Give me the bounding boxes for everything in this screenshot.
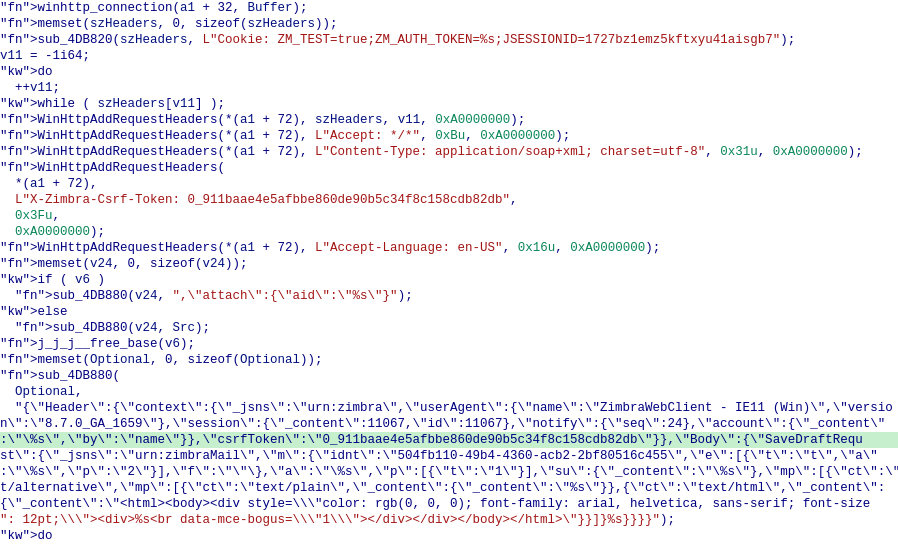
code-line: 0xA0000000); [0, 224, 898, 240]
line-text: t/alternative\",\"mp\":[{\"ct\":\"text/p… [0, 480, 885, 496]
line-text: "{\"Header\":{\"context\":{\"_jsns\":\"u… [0, 400, 893, 416]
line-text: "fn">sub_4DB880( [0, 368, 120, 384]
line-text: "kw">else [0, 304, 68, 320]
line-text: :\"\%s\",\"p\":\"2\"}],\"f\":\"\"\},\"a\… [0, 464, 898, 480]
line-text: 0xA0000000); [0, 224, 105, 240]
code-line: "fn">sub_4DB820(szHeaders, L"Cookie: ZM_… [0, 32, 898, 48]
code-line: "fn">sub_4DB880( [0, 368, 898, 384]
code-line: *(a1 + 72), [0, 176, 898, 192]
line-text: "fn">WinHttpAddRequestHeaders(*(a1 + 72)… [0, 144, 863, 160]
line-text: "fn">WinHttpAddRequestHeaders(*(a1 + 72)… [0, 240, 660, 256]
line-text: "fn">memset(Optional, 0, sizeof(Optional… [0, 352, 323, 368]
line-text: "fn">memset(v24, 0, sizeof(v24)); [0, 256, 248, 272]
code-line: "kw">do [0, 528, 898, 544]
code-line: "kw">do [0, 64, 898, 80]
code-line: 0x3Fu, [0, 208, 898, 224]
code-line: Optional, [0, 384, 898, 400]
line-text: "fn">memset(szHeaders, 0, sizeof(szHeade… [0, 16, 338, 32]
line-text: 0x3Fu, [0, 208, 60, 224]
code-content: "fn">winhttp_connection(a1 + 32, Buffer)… [0, 0, 898, 546]
code-line: "fn">WinHttpAddRequestHeaders(*(a1 + 72)… [0, 240, 898, 256]
code-line: ": 12pt;\\\"><div>%s<br data-mce-bogus=\… [0, 512, 898, 528]
code-line: {\"_content\":\"<html><body><div style=\… [0, 496, 898, 512]
code-line: :\"\%s\",\"p\":\"2\"}],\"f\":\"\"\},\"a\… [0, 464, 898, 480]
code-line: "fn">memset(v24, 0, sizeof(v24)); [0, 256, 898, 272]
code-line: "kw">if ( v6 ) [0, 272, 898, 288]
code-line: "{\"Header\":{\"context\":{\"_jsns\":\"u… [0, 400, 898, 416]
code-line: st\":{\"_jsns\":\"urn:zimbraMail\",\"m\"… [0, 448, 898, 464]
code-line: ++v11; [0, 80, 898, 96]
code-line: "fn">j_j_j__free_base(v6); [0, 336, 898, 352]
line-text: n\":\"8.7.0_GA_1659\"},\"session\":{\"_c… [0, 416, 885, 432]
code-line: "fn">WinHttpAddRequestHeaders( [0, 160, 898, 176]
code-line: L"X-Zimbra-Csrf-Token: 0_911baae4e5afbbe… [0, 192, 898, 208]
code-line: "fn">sub_4DB880(v24, Src); [0, 320, 898, 336]
line-text: st\":{\"_jsns\":\"urn:zimbraMail\",\"m\"… [0, 448, 878, 464]
line-text: *(a1 + 72), [0, 176, 98, 192]
code-line: "kw">while ( szHeaders[v11] ); [0, 96, 898, 112]
line-text: ": 12pt;\\\"><div>%s<br data-mce-bogus=\… [0, 512, 675, 528]
code-line: "fn">memset(Optional, 0, sizeof(Optional… [0, 352, 898, 368]
line-text: "kw">while ( szHeaders[v11] ); [0, 96, 225, 112]
line-text: "kw">if ( v6 ) [0, 272, 105, 288]
line-text: "fn">WinHttpAddRequestHeaders(*(a1 + 72)… [0, 112, 525, 128]
code-line: "fn">WinHttpAddRequestHeaders(*(a1 + 72)… [0, 128, 898, 144]
code-line: n\":\"8.7.0_GA_1659\"},\"session\":{\"_c… [0, 416, 898, 432]
line-text: Optional, [0, 384, 83, 400]
code-line: "fn">winhttp_connection(a1 + 32, Buffer)… [0, 0, 898, 16]
line-text: "kw">do [0, 528, 53, 544]
code-line: "kw">else [0, 304, 898, 320]
line-text: "fn">sub_4DB880(v24, Src); [0, 320, 210, 336]
line-text: "fn">WinHttpAddRequestHeaders(*(a1 + 72)… [0, 128, 570, 144]
line-text: L"X-Zimbra-Csrf-Token: 0_911baae4e5afbbe… [0, 192, 518, 208]
line-text: "fn">sub_4DB880(v24, ",\"attach\":{\"aid… [0, 288, 413, 304]
code-line: "fn">memset(szHeaders, 0, sizeof(szHeade… [0, 16, 898, 32]
line-text: {\"_content\":\"<html><body><div style=\… [0, 496, 870, 512]
code-line: "fn">sub_4DB880(v24, ",\"attach\":{\"aid… [0, 288, 898, 304]
code-line: t/alternative\",\"mp\":[{\"ct\":\"text/p… [0, 480, 898, 496]
line-text: ++v11; [0, 80, 60, 96]
line-text: "fn">sub_4DB820(szHeaders, L"Cookie: ZM_… [0, 32, 795, 48]
code-editor: "fn">winhttp_connection(a1 + 32, Buffer)… [0, 0, 898, 546]
code-line: "fn">WinHttpAddRequestHeaders(*(a1 + 72)… [0, 144, 898, 160]
line-text: :\"\%s\",\"by\":\"name\"}},\"csrfToken\"… [0, 432, 863, 448]
line-text: "kw">do [0, 64, 53, 80]
code-line: "fn">WinHttpAddRequestHeaders(*(a1 + 72)… [0, 112, 898, 128]
line-text: "fn">WinHttpAddRequestHeaders( [0, 160, 225, 176]
code-line: v11 = -1i64; [0, 48, 898, 64]
line-text: "fn">winhttp_connection(a1 + 32, Buffer)… [0, 0, 308, 16]
line-text: v11 = -1i64; [0, 48, 90, 64]
code-line: :\"\%s\",\"by\":\"name\"}},\"csrfToken\"… [0, 432, 898, 448]
line-text: "fn">j_j_j__free_base(v6); [0, 336, 195, 352]
